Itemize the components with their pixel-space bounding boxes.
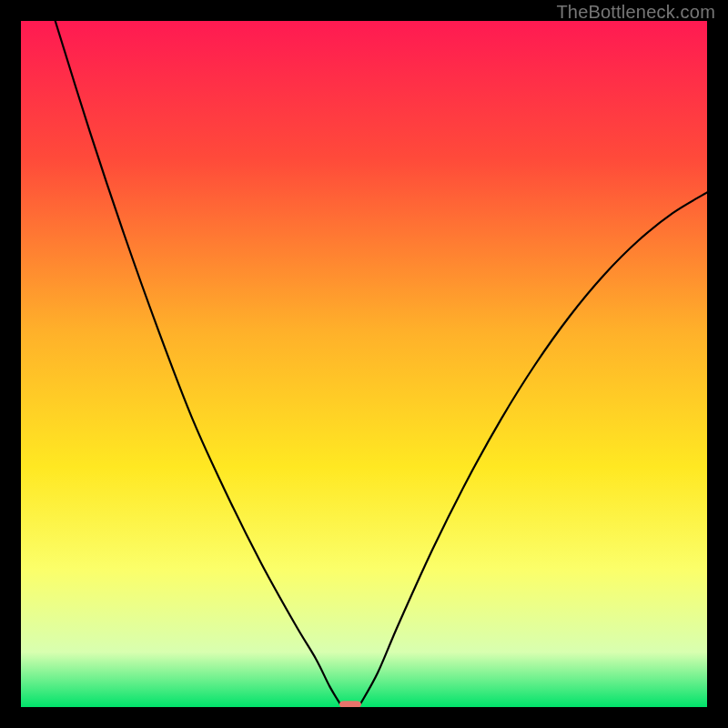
watermark-text: TheBottleneck.com [556, 2, 715, 23]
min-marker [339, 701, 361, 707]
gradient-background [21, 21, 707, 707]
plot-area [21, 21, 707, 707]
chart-svg [21, 21, 707, 707]
